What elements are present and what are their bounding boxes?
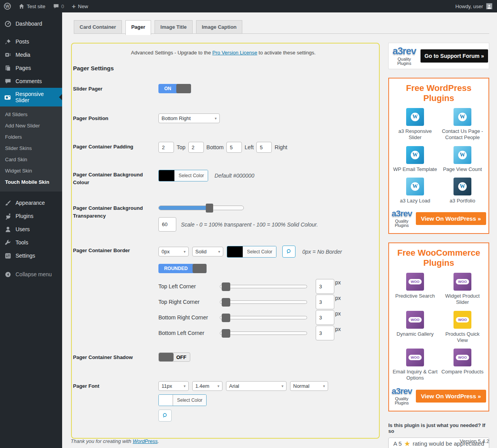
toggle-knob[interactable] (176, 84, 191, 93)
bottom-right-corner-slider[interactable] (220, 316, 307, 319)
padding-bottom-input[interactable] (188, 142, 204, 153)
shadow-toggle[interactable]: OFF (158, 352, 190, 362)
support-forum-button[interactable]: Go to Support Forum » (421, 49, 488, 63)
tab-card-container[interactable]: Card Container (74, 20, 122, 33)
comments-bubble[interactable]: 0 (49, 0, 68, 12)
padding-top-unit: Top (177, 144, 186, 150)
submenu-card-skin[interactable]: Card Skin (0, 154, 62, 165)
sidebar-item-plugins[interactable]: Plugins (0, 209, 62, 223)
plugin-widget-product-slider[interactable]: WOO Widget Product Slider (440, 273, 485, 306)
account-menu[interactable]: Howdy, user (451, 0, 497, 12)
plugin-a3-responsive-slider[interactable]: W a3 Responsive Slider (392, 108, 438, 141)
submenu-add-new-slider[interactable]: Add New Slider (0, 120, 62, 131)
sidebar-item-media[interactable]: Media (0, 48, 62, 61)
top-left-corner-slider[interactable] (220, 285, 307, 288)
toggle-knob[interactable] (159, 353, 174, 361)
plugin-predictive-search[interactable]: WOO Predictive Search (392, 273, 438, 306)
plugin-a3-portfolio[interactable]: W a3 Portfolio (440, 178, 485, 204)
site-name-link[interactable]: Test site (15, 0, 49, 12)
submenu-touch-mobile-skin[interactable]: Touch Mobile Skin (0, 176, 62, 188)
wp-view-on-wordpress-button[interactable]: View On WordPress » (416, 212, 486, 225)
plugin-contact-us-page[interactable]: W Contact Us Page - Contact People (440, 108, 485, 141)
plugin-wp-email-template[interactable]: W WP Email Template (392, 146, 438, 173)
pro-version-license-link[interactable]: Pro Version License (212, 50, 257, 56)
top-left-corner-input[interactable] (316, 279, 334, 294)
predictive-search-icon: WOO (406, 273, 424, 291)
woo-view-on-wordpress-button[interactable]: View On WordPress » (416, 390, 486, 403)
sidebar-item-dashboard[interactable]: Dashboard (0, 17, 62, 30)
pager-position-select[interactable]: Bottom Right (158, 113, 220, 123)
wrench-icon (4, 239, 12, 246)
collapse-menu-label: Collapse menu (16, 271, 52, 277)
sidebar-item-appearance[interactable]: Appearance (0, 196, 62, 209)
border-style-select[interactable]: Solid (192, 247, 223, 256)
sidebar-item-pages[interactable]: Pages (0, 61, 62, 75)
sidebar-item-users[interactable]: Users (0, 223, 62, 236)
top-right-corner-slider[interactable] (220, 300, 307, 304)
products-quick-view-icon: WOO (454, 311, 471, 329)
sidebar-item-posts[interactable]: Posts (0, 35, 62, 48)
tab-pager[interactable]: Pager (125, 20, 151, 35)
font-size-select[interactable]: 11px (158, 381, 189, 391)
bottom-right-corner-input[interactable] (316, 310, 334, 325)
rating-question: Is this plugin is just what you needed? … (388, 422, 489, 434)
toggle-knob[interactable] (193, 264, 207, 273)
slider-handle[interactable] (222, 282, 230, 291)
font-family-select[interactable]: Arial (226, 381, 287, 391)
submenu-folders[interactable]: Folders (0, 131, 62, 143)
plugin-email-inquiry-cart-options[interactable]: WOO Email Inquiry & Cart Options (392, 349, 438, 382)
plugin-a3-lazy-load[interactable]: W a3 Lazy Load (392, 178, 438, 204)
wp-plugin-grid: W a3 Responsive Slider W Contact Us Page… (392, 108, 485, 204)
transparency-input[interactable] (158, 217, 176, 232)
transparency-slider-handle[interactable] (206, 204, 213, 213)
submenu-all-sliders[interactable]: All Sliders (0, 109, 62, 120)
dynamic-gallery-icon: WOO (406, 311, 424, 329)
slider-handle[interactable] (222, 314, 230, 322)
font-weight-select[interactable]: Normal (290, 381, 328, 391)
new-label: New (78, 3, 88, 9)
collapse-menu-button[interactable]: Collapse menu (0, 268, 62, 281)
line-height-select[interactable]: 1.4em (192, 381, 222, 391)
font-colour-picker[interactable]: Select Color (158, 394, 207, 406)
submenu-widget-skin[interactable]: Widget Skin (0, 165, 62, 176)
font-select-color-button[interactable]: Select Color (173, 395, 206, 406)
transparency-slider[interactable] (158, 206, 244, 210)
wordpress-link[interactable]: WordPress (133, 438, 158, 444)
slider-handle[interactable] (222, 298, 230, 307)
tab-image-title[interactable]: Image Title (155, 20, 193, 33)
sidebar-item-tools[interactable]: Tools (0, 236, 62, 249)
wp-logo-menu[interactable]: W (0, 0, 15, 12)
notice-text: Advanced Settings - Upgrade to the (131, 50, 212, 56)
slider-pager-toggle[interactable]: ON (158, 84, 191, 93)
line-height-value: 1.4em (195, 383, 209, 389)
a3rev-logo: a3rev Quality Plugins (391, 209, 412, 228)
top-right-corner-input[interactable] (316, 295, 334, 309)
rounded-toggle[interactable]: ROUNDED (158, 264, 207, 273)
sidebar-item-responsive-slider[interactable]: Responsive Slider (0, 88, 62, 106)
unit-px: px (335, 310, 341, 316)
submenu-slider-skins[interactable]: Slider Skins (0, 143, 62, 154)
border-note: 0px = No Border (302, 249, 342, 255)
bottom-left-corner-input[interactable] (316, 326, 334, 340)
padding-left-input[interactable] (226, 142, 242, 153)
slider-handle[interactable] (222, 329, 230, 338)
border-select-color-button[interactable]: Select Color (243, 246, 276, 257)
border-colour-picker[interactable]: Select Color (227, 246, 276, 258)
border-preview-button[interactable] (282, 246, 295, 258)
border-width-select[interactable]: 0px (158, 247, 189, 256)
plugin-page-view-count[interactable]: W Page View Count (440, 146, 485, 173)
font-preview-button[interactable] (158, 410, 172, 422)
new-content-menu[interactable]: New (68, 0, 92, 12)
border-style-value: Solid (195, 249, 207, 255)
bottom-left-corner-slider[interactable] (220, 331, 307, 335)
padding-right-input[interactable] (256, 142, 272, 153)
bg-colour-picker[interactable]: Select Color (158, 170, 208, 181)
sidebar-item-comments[interactable]: Comments (0, 75, 62, 88)
plugin-compare-products[interactable]: WOO Compare Products (440, 349, 485, 382)
padding-top-input[interactable] (158, 142, 174, 153)
tab-image-caption[interactable]: Image Caption (196, 20, 243, 33)
plugin-dynamic-gallery[interactable]: WOO Dynamic Gallery (392, 311, 438, 344)
sidebar-item-settings[interactable]: Settings (0, 249, 62, 262)
plugin-products-quick-view[interactable]: WOO Products Quick View (440, 311, 485, 344)
bg-select-color-button[interactable]: Select Color (174, 170, 208, 181)
